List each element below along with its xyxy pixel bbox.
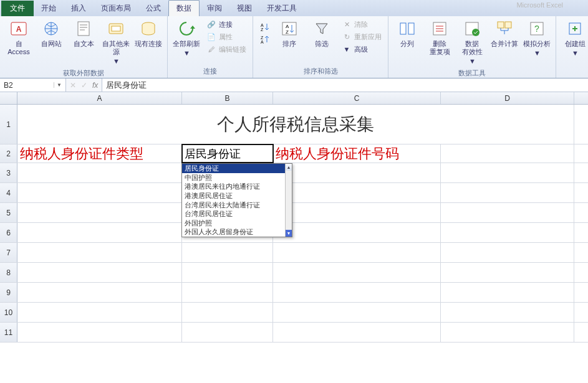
scroll-up-icon[interactable]: ▲	[286, 164, 292, 171]
edit-links-button[interactable]: 🖉编辑链接	[204, 44, 249, 55]
dropdown-item[interactable]: 港澳居民居住证	[182, 191, 292, 201]
confirm-icon[interactable]: ✓	[81, 81, 87, 90]
cell[interactable]	[441, 303, 574, 322]
sort-asc-button[interactable]: AZ	[257, 21, 272, 32]
cell-title[interactable]: 个人所得税信息采集	[17, 105, 574, 144]
row-header[interactable]: 10	[0, 303, 17, 322]
filter-button[interactable]: 筛选	[307, 17, 337, 49]
cell[interactable]	[441, 223, 574, 242]
row-header[interactable]: 11	[0, 323, 17, 342]
row-header[interactable]: 6	[0, 223, 17, 242]
cell[interactable]	[441, 263, 574, 282]
row-header[interactable]: 5	[0, 203, 17, 222]
cell[interactable]	[273, 183, 441, 202]
fx-icon[interactable]: fx	[92, 81, 98, 90]
file-tab[interactable]: 文件	[1, 1, 34, 16]
formula-input[interactable]: 居民身份证	[102, 78, 588, 92]
dropdown-item[interactable]: 港澳居民来往内地通行证	[182, 182, 292, 191]
tab-insert[interactable]: 插入	[64, 1, 94, 16]
cell[interactable]	[17, 223, 182, 242]
row-header[interactable]: 2	[0, 144, 17, 163]
cancel-icon[interactable]: ✕	[70, 81, 76, 90]
cell[interactable]	[273, 283, 441, 302]
cell-d2[interactable]	[441, 144, 574, 163]
cell[interactable]	[273, 323, 441, 342]
from-access-button[interactable]: A 自 Access	[4, 17, 34, 57]
reapply-button[interactable]: ↻重新应用	[339, 31, 384, 42]
col-header-d[interactable]: D	[441, 92, 574, 104]
tab-home[interactable]: 开始	[34, 1, 64, 16]
cell[interactable]	[273, 263, 441, 282]
remove-duplicates-button[interactable]: 删除 重复项	[425, 17, 455, 57]
group-button[interactable]: 创建组▼	[560, 17, 588, 59]
tab-pagelayout[interactable]: 页面布局	[94, 1, 138, 16]
cell[interactable]	[273, 303, 441, 322]
clear-filter-button[interactable]: ✕清除	[339, 19, 384, 30]
properties-button[interactable]: 📄属性	[204, 31, 249, 42]
cell[interactable]	[441, 203, 574, 222]
cell[interactable]	[182, 283, 273, 302]
cell[interactable]	[441, 283, 574, 302]
from-text-button[interactable]: 自文本	[69, 17, 99, 49]
cell[interactable]	[273, 163, 441, 182]
select-all-corner[interactable]	[0, 92, 17, 104]
cell[interactable]	[441, 243, 574, 262]
cell[interactable]	[182, 263, 273, 282]
cell[interactable]	[182, 303, 273, 322]
cell[interactable]	[441, 183, 574, 202]
tab-developer[interactable]: 开发工具	[259, 1, 304, 16]
consolidate-button[interactable]: 合并计算	[489, 17, 519, 49]
cell[interactable]	[17, 183, 182, 202]
connections-button[interactable]: 🔗连接	[204, 19, 249, 30]
cell[interactable]	[182, 243, 273, 262]
row-header[interactable]: 7	[0, 243, 17, 262]
cell[interactable]	[17, 203, 182, 222]
row-header[interactable]: 4	[0, 183, 17, 202]
cell[interactable]	[17, 323, 182, 342]
cell-a2[interactable]: 纳税人身份证件类型	[17, 144, 182, 163]
cell[interactable]	[17, 263, 182, 282]
from-web-button[interactable]: 自网站	[36, 17, 66, 49]
cell[interactable]	[17, 243, 182, 262]
cell[interactable]	[17, 303, 182, 322]
cell[interactable]	[441, 323, 574, 342]
existing-connections-button[interactable]: 现有连接	[133, 17, 163, 49]
data-validation-button[interactable]: 数据 有效性▼	[457, 17, 487, 67]
cell-c2[interactable]: 纳税人身份证件号码	[273, 144, 441, 163]
col-header-c[interactable]: C	[273, 92, 441, 104]
cell[interactable]	[441, 163, 574, 182]
dropdown-scrollbar[interactable]: ▲ ▼	[285, 164, 292, 237]
cell[interactable]	[182, 323, 273, 342]
whatif-button[interactable]: ? 模拟分析▼	[522, 17, 552, 59]
row-header[interactable]: 3	[0, 163, 17, 182]
dropdown-item[interactable]: 外国人永久居留身份证	[182, 227, 292, 237]
dropdown-item[interactable]: 台湾居民来往大陆通行证	[182, 201, 292, 210]
col-header-b[interactable]: B	[182, 92, 273, 104]
scroll-down-icon[interactable]: ▼	[286, 230, 292, 237]
text-to-columns-button[interactable]: 分列	[392, 17, 422, 49]
advanced-filter-button[interactable]: ▼高级	[339, 44, 384, 55]
cell[interactable]	[273, 243, 441, 262]
cell-b2[interactable]: 居民身份证 ▼	[182, 144, 273, 163]
row-header[interactable]: 8	[0, 263, 17, 282]
cell[interactable]	[17, 283, 182, 302]
from-other-button[interactable]: 自其他来源▼	[101, 17, 131, 67]
refresh-all-button[interactable]: 全部刷新▼	[171, 17, 201, 59]
dropdown-item[interactable]: 外国护照	[182, 219, 292, 228]
cell[interactable]	[17, 163, 182, 182]
sort-desc-button[interactable]: ZA	[257, 34, 272, 45]
col-header-a[interactable]: A	[17, 92, 182, 104]
tab-formulas[interactable]: 公式	[138, 1, 168, 16]
tab-data[interactable]: 数据	[168, 0, 200, 16]
dropdown-item[interactable]: 台湾居民居住证	[182, 209, 292, 219]
name-box[interactable]: B2▼	[0, 78, 66, 92]
cell[interactable]	[273, 203, 441, 222]
tab-review[interactable]: 审阅	[200, 1, 229, 16]
dropdown-item[interactable]: 中国护照	[182, 173, 292, 182]
tab-view[interactable]: 视图	[229, 1, 259, 16]
sort-button[interactable]: AZ 排序	[274, 17, 304, 49]
row-header[interactable]: 9	[0, 283, 17, 302]
dropdown-item[interactable]: 居民身份证	[182, 164, 292, 173]
cell[interactable]	[273, 223, 441, 242]
row-header[interactable]: 1	[0, 105, 17, 144]
